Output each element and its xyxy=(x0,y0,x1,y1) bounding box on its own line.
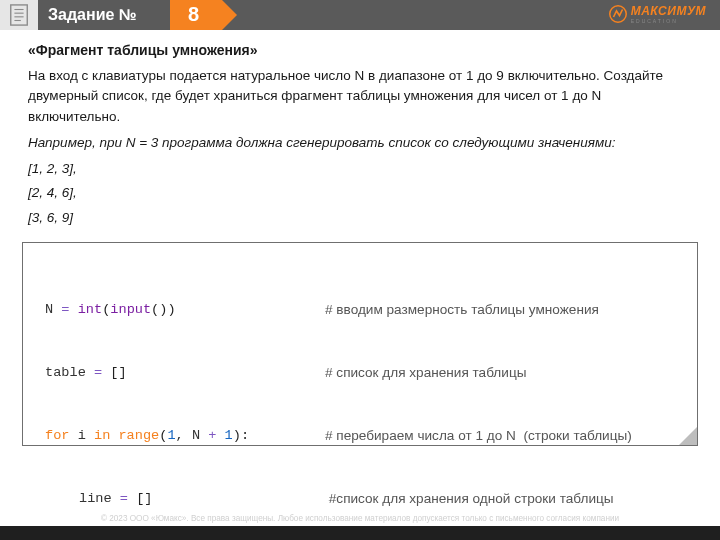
code-block: N = int(input()) # вводим размерность та… xyxy=(22,242,698,446)
svg-rect-0 xyxy=(11,5,28,25)
code-comment: # список для хранения таблицы xyxy=(325,362,526,383)
header-bar: Задание № 8 МАКСИМУМ EDUCATION xyxy=(0,0,720,30)
page-curl-icon xyxy=(679,427,697,445)
document-icon xyxy=(0,0,38,30)
page-icon xyxy=(9,4,29,26)
logo-text: МАКСИМУМ xyxy=(631,4,706,18)
task-example-intro: Например, при N = 3 программа должна сге… xyxy=(28,133,692,153)
code-line: line = [] #список для хранения одной стр… xyxy=(45,488,675,509)
logo-icon xyxy=(609,5,627,23)
example-list: [1, 2, 3], [2, 4, 6], [3, 6, 9] xyxy=(28,159,692,228)
code-comment: #список для хранения одной строки таблиц… xyxy=(325,488,614,509)
example-row: [1, 2, 3], xyxy=(28,159,692,179)
code-line: N = int(input()) # вводим размерность та… xyxy=(45,299,675,320)
code-comment: # вводим размерность таблицы умножения xyxy=(325,299,599,320)
task-description: На вход с клавиатуры подается натурально… xyxy=(28,66,692,127)
footer-copyright: © 2023 ООО «Юмакс». Все права защищены. … xyxy=(0,512,720,526)
logo-subtext: EDUCATION xyxy=(631,18,706,24)
code-comment: # перебираем числа от 1 до N (строки таб… xyxy=(325,425,632,446)
content-area: «Фрагмент таблицы умножения» На вход с к… xyxy=(0,30,720,236)
code-line: table = [] # список для хранения таблицы xyxy=(45,362,675,383)
task-number: 8 xyxy=(188,3,199,26)
example-row: [2, 4, 6], xyxy=(28,183,692,203)
task-title: «Фрагмент таблицы умножения» xyxy=(28,40,692,61)
brand-logo: МАКСИМУМ EDUCATION xyxy=(609,4,706,24)
task-number-tab: 8 xyxy=(170,0,222,30)
example-row: [3, 6, 9] xyxy=(28,208,692,228)
code-line: for i in range(1, N + 1): # перебираем ч… xyxy=(45,425,675,446)
header-title: Задание № xyxy=(48,6,137,24)
